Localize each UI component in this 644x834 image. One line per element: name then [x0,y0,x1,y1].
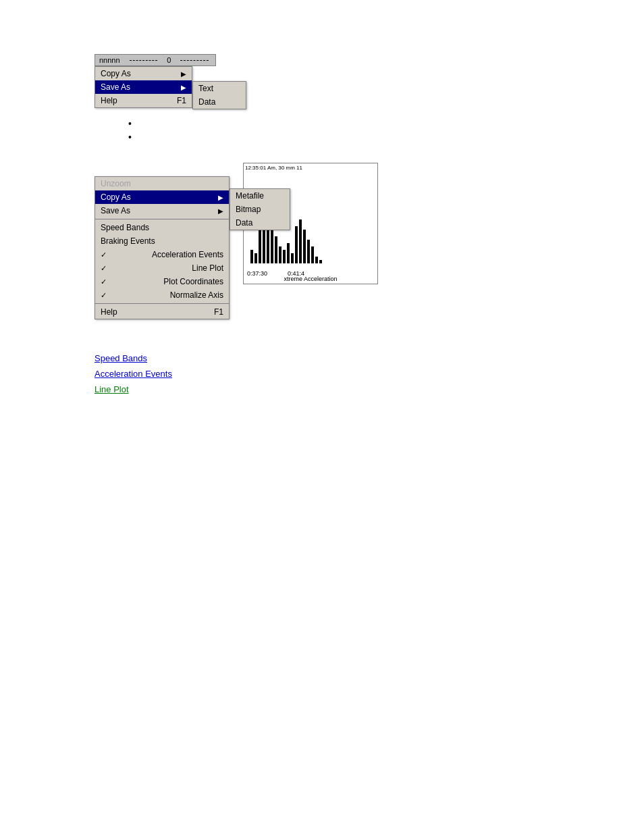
link-acceleration-events[interactable]: Acceleration Events [95,369,617,379]
check-icon-1: ✓ [101,251,107,259]
submenu-arrow-icon-3: ▶ [218,194,223,201]
menu2-normalize-axis[interactable]: ✓ Normalize Axis [95,288,229,302]
submenu2-data[interactable]: Data [230,216,290,230]
menu2-braking-events[interactable]: Braking Events [95,234,229,248]
submenu-arrow-icon-2: ▶ [181,84,186,91]
menu2-line-plot[interactable]: ✓ Line Plot [95,261,229,275]
menu-title-1-extra: 0 [167,56,171,64]
menu1-copy-as[interactable]: Copy As ▶ [95,67,192,80]
menu2-help[interactable]: Help F1 [95,305,229,319]
menu2-save-as[interactable]: Save As ▶ [95,204,229,217]
menu-title-1-label: nnnnn [99,56,120,64]
separator-1 [95,219,229,219]
check-icon-3: ✓ [101,278,107,286]
submenu-arrow-icon: ▶ [181,70,186,78]
context-menu-container-2: Unzoom Copy As ▶ Save As ▶ Speed Bands B… [95,176,230,319]
chart-footer: xtreme Acceleration [244,274,377,284]
context-menu-2: Unzoom Copy As ▶ Save As ▶ Speed Bands B… [95,176,230,319]
menu2-acceleration-events[interactable]: ✓ Acceleration Events [95,248,229,261]
menu-title-bar-1: nnnnn 0 [95,54,216,66]
context-menu-1: Copy As ▶ Save As ▶ Help F1 [95,66,192,108]
menu-area-2: 12:35:01 Am, 30 mm 11 [95,176,617,319]
submenu1-data[interactable]: Data [193,95,246,109]
separator-2 [95,303,229,304]
submenu2-bitmap[interactable]: Bitmap [230,203,290,216]
submenu2-metafile[interactable]: Metafile [230,189,290,203]
check-icon-2: ✓ [101,264,107,273]
submenu-arrow-icon-4: ▶ [218,207,223,215]
links-section: Speed Bands Acceleration Events Line Plo… [95,353,617,394]
link-speed-bands[interactable]: Speed Bands [95,353,617,363]
menu2-copy-as[interactable]: Copy As ▶ [95,190,229,204]
menu1-help[interactable]: Help F1 [95,94,192,107]
link-line-plot[interactable]: Line Plot [95,384,617,394]
check-icon-4: ✓ [101,291,107,300]
menu2-unzoom: Unzoom [95,177,229,190]
bullet-item-1 [128,118,617,129]
chart-header-text: 12:35:01 Am, 30 mm 11 [245,165,302,171]
submenu-2: Metafile Bitmap Data [230,188,290,230]
submenu-1: Text Data [192,81,246,109]
menu2-plot-coordinates[interactable]: ✓ Plot Coordinates [95,275,229,288]
bullet-item-2 [128,132,617,142]
menu1-save-as[interactable]: Save As ▶ [95,80,192,94]
menu2-speed-bands[interactable]: Speed Bands [95,221,229,234]
submenu1-text[interactable]: Text [193,82,246,95]
bullet-list-1 [128,118,617,142]
